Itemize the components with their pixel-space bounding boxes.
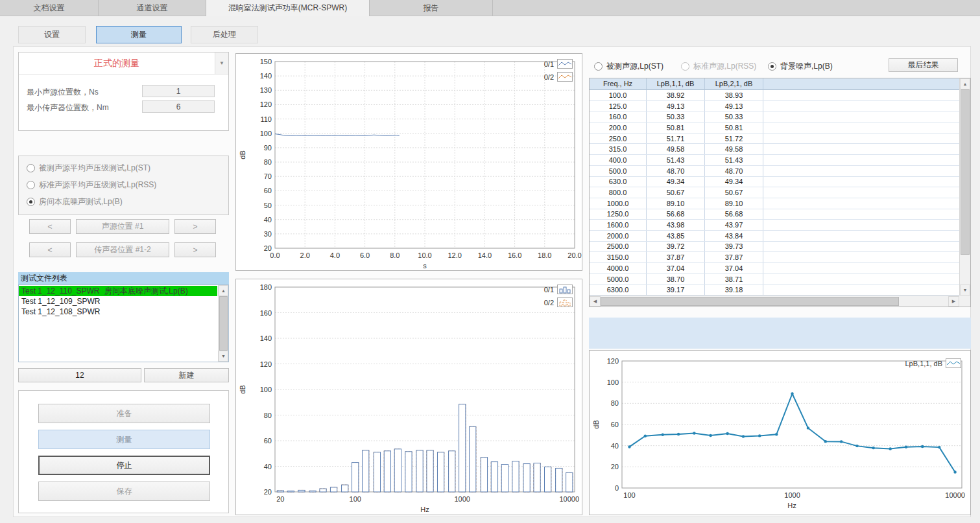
table-row[interactable]: 500.048.7048.70 bbox=[590, 166, 959, 177]
table-cell: 37.04 bbox=[647, 263, 705, 273]
measure-button[interactable]: 测量 bbox=[38, 430, 210, 449]
list-item[interactable]: Test 1_12_108_SPWR bbox=[19, 307, 217, 317]
svg-text:0: 0 bbox=[615, 484, 619, 492]
table-row[interactable]: 3150.037.8737.87 bbox=[590, 252, 959, 263]
spectrum-chart-legend: 0/10/2 bbox=[544, 285, 573, 307]
table-row[interactable]: 1600.043.9843.97 bbox=[590, 220, 959, 231]
svg-text:18.0: 18.0 bbox=[538, 251, 551, 259]
table-cell-filler bbox=[763, 231, 959, 241]
table-row[interactable]: 400.051.4351.43 bbox=[590, 155, 959, 166]
table-row[interactable]: 4000.037.0437.04 bbox=[590, 263, 959, 274]
svg-text:90: 90 bbox=[264, 144, 272, 152]
radio-icon bbox=[27, 181, 35, 189]
table-row[interactable]: 100.038.9238.93 bbox=[590, 90, 959, 101]
time-history-chart-panel: 1501401301201101009080706050403020dBs0.0… bbox=[235, 53, 582, 271]
table-row[interactable]: 200.050.8150.81 bbox=[590, 122, 959, 134]
file-name: Test 1_12_108_SPWR bbox=[21, 307, 104, 317]
table-row[interactable]: 6300.039.1739.18 bbox=[590, 285, 959, 296]
source-position-button[interactable]: 声源位置 #1 bbox=[76, 219, 169, 234]
radio-background-lpb[interactable]: 背景噪声,Lp(B) bbox=[768, 61, 833, 72]
tab-postprocess[interactable]: 后处理 bbox=[191, 26, 258, 43]
radio-source-lpst[interactable]: 被测声源,Lp(ST) bbox=[594, 61, 663, 72]
time-history-chart: 1501401301201101009080706050403020dBs0.0… bbox=[236, 54, 582, 270]
mic-position-next-button[interactable]: > bbox=[174, 242, 216, 257]
table-cell: 49.58 bbox=[647, 144, 705, 154]
table-horizontal-scrollbar[interactable]: ◀ ▶ bbox=[590, 296, 959, 307]
table-row[interactable]: 250.051.7151.72 bbox=[590, 134, 959, 145]
results-table[interactable]: Freq., HzLpB,1,1, dBLpB,2,1, dB 100.038.… bbox=[589, 78, 971, 307]
scroll-down-icon[interactable]: ▼ bbox=[960, 285, 970, 296]
mic-position-prev-button[interactable]: < bbox=[29, 242, 71, 257]
table-row[interactable]: 125.049.1349.13 bbox=[590, 101, 959, 112]
svg-text:20: 20 bbox=[276, 495, 284, 503]
main-tabbar: 文档设置 通道设置 混响室法测试声功率(MCR-SPWR) 报告 bbox=[0, 0, 980, 16]
file-number-field[interactable]: 12 bbox=[18, 368, 141, 382]
column-header: LpB,2,1, dB bbox=[705, 78, 763, 90]
table-cell: 38.93 bbox=[705, 90, 763, 100]
table-cell: 6300.0 bbox=[590, 285, 647, 295]
tab-document-settings[interactable]: 文档设置 bbox=[0, 0, 99, 16]
svg-text:70: 70 bbox=[264, 172, 272, 180]
scroll-down-icon[interactable]: ▼ bbox=[219, 351, 228, 362]
table-cell: 1000.0 bbox=[590, 198, 647, 209]
tab-report[interactable]: 报告 bbox=[370, 0, 493, 16]
scrollbar-thumb[interactable] bbox=[219, 296, 228, 351]
action-buttons-group: 准备 测量 停止 保存 bbox=[18, 390, 229, 513]
tab-channel-settings[interactable]: 通道设置 bbox=[99, 0, 206, 16]
source-position-prev-button[interactable]: < bbox=[29, 219, 71, 234]
table-cell-filler bbox=[763, 166, 959, 176]
prepare-button[interactable]: 准备 bbox=[38, 404, 210, 423]
table-row[interactable]: 160.050.3350.33 bbox=[590, 111, 959, 122]
tab-measure[interactable]: 测量 bbox=[96, 26, 182, 43]
table-cell-filler bbox=[763, 187, 959, 198]
svg-text:10000: 10000 bbox=[945, 491, 965, 499]
new-file-button[interactable]: 新建 bbox=[144, 368, 229, 382]
nm-value-field[interactable]: 6 bbox=[142, 100, 215, 113]
table-cell: 1250.0 bbox=[590, 209, 647, 220]
list-item[interactable]: Test 1_12_109_SPWR bbox=[19, 296, 217, 307]
save-button[interactable]: 保存 bbox=[38, 482, 210, 501]
table-row[interactable]: 2000.043.8543.84 bbox=[590, 231, 959, 242]
table-cell: 37.04 bbox=[705, 263, 763, 273]
chevron-down-icon[interactable]: ▼ bbox=[215, 52, 228, 74]
test-file-list[interactable]: Test 1_12_110_SPWR房间本底噪声测试,Lp(B)Test 1_1… bbox=[18, 285, 229, 362]
final-result-button[interactable]: 最后结果 bbox=[889, 58, 958, 72]
ns-value-field[interactable]: 1 bbox=[142, 85, 215, 97]
scroll-left-icon[interactable]: ◀ bbox=[590, 296, 601, 307]
table-row[interactable]: 5000.038.7038.71 bbox=[590, 274, 959, 285]
table-cell: 39.73 bbox=[705, 242, 763, 252]
scrollbar-thumb[interactable] bbox=[961, 89, 970, 255]
file-list-scrollbar[interactable]: ▲ ▼ bbox=[218, 285, 228, 362]
stop-button[interactable]: 停止 bbox=[38, 456, 210, 475]
table-row[interactable]: 1250.056.6856.68 bbox=[590, 209, 959, 220]
column-header: Freq., Hz bbox=[590, 78, 647, 90]
scroll-up-icon[interactable]: ▲ bbox=[219, 285, 228, 296]
list-item[interactable]: Test 1_12_110_SPWR房间本底噪声测试,Lp(B) bbox=[19, 286, 217, 296]
source-position-next-button[interactable]: > bbox=[174, 219, 216, 234]
table-row[interactable]: 2500.039.7239.73 bbox=[590, 242, 959, 253]
table-cell: 56.68 bbox=[705, 209, 763, 220]
band-chart-legend: LpB,1,1, dB bbox=[905, 358, 962, 368]
tab-setup[interactable]: 设置 bbox=[18, 26, 86, 43]
svg-text:20: 20 bbox=[611, 463, 619, 471]
svg-text:dB: dB bbox=[592, 420, 600, 428]
tab-mcr-spwr[interactable]: 混响室法测试声功率(MCR-SPWR) bbox=[206, 0, 370, 16]
radio-lp-rss-test[interactable]: 标准声源平均声压级测试,Lp(RSS) bbox=[27, 180, 156, 191]
scrollbar-thumb[interactable] bbox=[601, 297, 899, 306]
radio-lp-st-test[interactable]: 被测声源平均声压级测试,Lp(ST) bbox=[27, 163, 150, 174]
radio-label: 被测声源平均声压级测试,Lp(ST) bbox=[39, 163, 150, 174]
table-row[interactable]: 630.049.3449.34 bbox=[590, 177, 959, 188]
table-row[interactable]: 1000.089.1089.10 bbox=[590, 198, 959, 209]
radio-lp-b-test[interactable]: 房间本底噪声测试,Lp(B) bbox=[27, 196, 123, 207]
measurement-mode-dropdown[interactable]: 正式的测量 ▼ bbox=[19, 52, 228, 75]
table-cell-filler bbox=[763, 220, 959, 230]
table-row[interactable]: 315.049.5849.58 bbox=[590, 144, 959, 155]
svg-text:100: 100 bbox=[607, 378, 619, 386]
radio-source-lprss[interactable]: 标准声源,Lp(RSS) bbox=[681, 61, 756, 72]
mic-position-button[interactable]: 传声器位置 #1-2 bbox=[76, 242, 169, 257]
table-cell-filler bbox=[763, 198, 959, 209]
table-row[interactable]: 800.050.6750.67 bbox=[590, 187, 959, 198]
scroll-right-icon[interactable]: ▶ bbox=[948, 296, 959, 307]
table-vertical-scrollbar[interactable]: ▲ ▼ bbox=[959, 78, 970, 296]
scroll-up-icon[interactable]: ▲ bbox=[960, 78, 970, 89]
